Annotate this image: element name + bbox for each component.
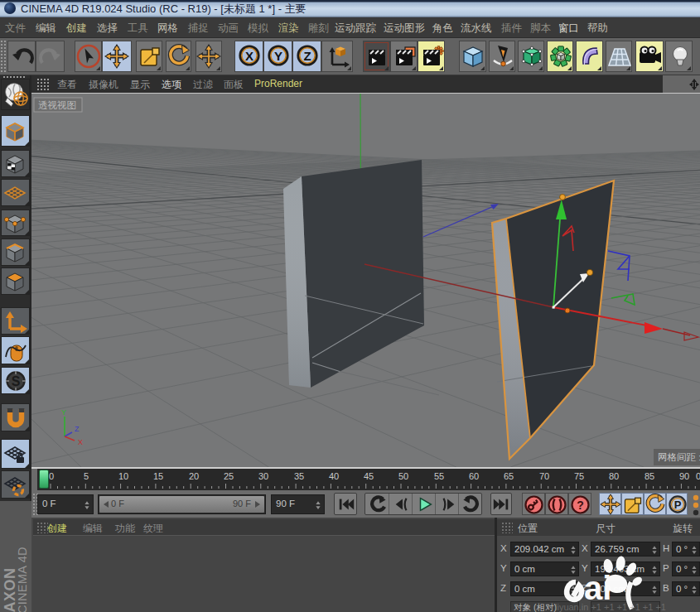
svg-text:ai: ai: [584, 570, 611, 606]
svg-text:?: ?: [577, 499, 584, 512]
svg-text:X: X: [78, 438, 83, 446]
svg-text:Y: Y: [274, 49, 282, 63]
svg-text:Z: Z: [75, 425, 80, 433]
svg-text:X: X: [245, 49, 253, 63]
svg-text:Z: Z: [303, 49, 311, 63]
svg-text:S: S: [12, 374, 21, 388]
svg-text:Y: Y: [61, 408, 66, 417]
svg-text:透视视图: 透视视图: [38, 100, 76, 110]
svg-text:网格间距 :: 网格间距 :: [658, 452, 700, 462]
svg-text:P: P: [674, 499, 682, 511]
svg-text:liyuan.in +1 +1 +1 +1 +1 +1: liyuan.in +1 +1 +1 +1 +1 +1: [555, 602, 666, 612]
